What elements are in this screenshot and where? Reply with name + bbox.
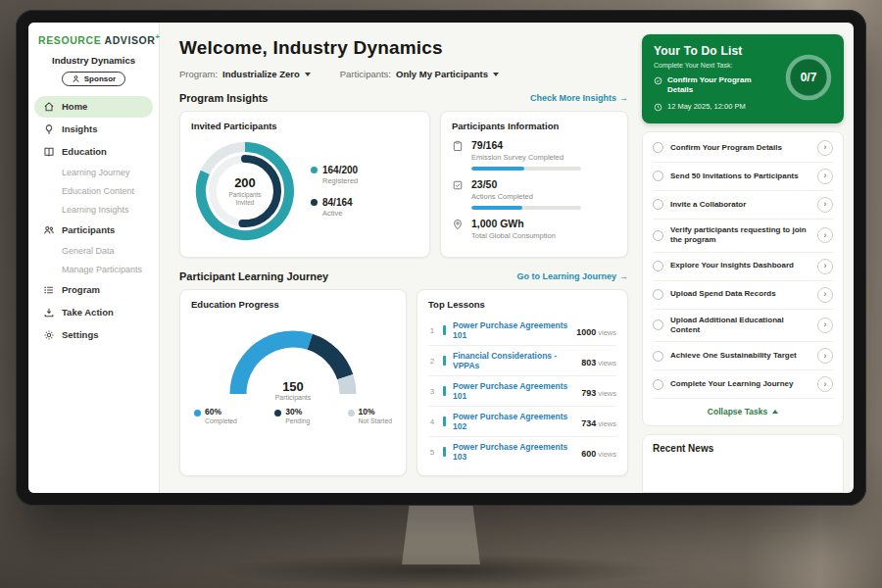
todo-task-row[interactable]: Upload Spend Data Records › [653, 281, 833, 310]
go-to-learning-journey-link[interactable]: Go to Learning Journey→ [516, 271, 628, 281]
task-checkbox[interactable] [653, 351, 663, 362]
lesson-title[interactable]: Financial Considerations - VPPAs [453, 351, 574, 370]
task-chevron-icon[interactable]: › [817, 348, 833, 364]
sponsor-badge[interactable]: Sponsor [62, 72, 125, 86]
lesson-views-value: 803 [581, 358, 596, 368]
lesson-index: 5 [428, 448, 436, 457]
todo-task-row[interactable]: Achieve One Sustainability Target › [653, 342, 833, 370]
task-chevron-icon[interactable]: › [817, 197, 833, 213]
todo-task-row[interactable]: Complete Your Learning Journey › [653, 370, 833, 399]
task-chevron-icon[interactable]: › [817, 169, 833, 184]
lesson-row[interactable]: 4 Power Purchase Agreements 102 734views [428, 407, 616, 437]
lesson-list: 1 Power Purchase Agreements 101 1000view… [428, 316, 616, 466]
task-label: Invite a Collaborator [670, 200, 810, 210]
sidebar-item-program[interactable]: Program [34, 279, 153, 301]
task-checkbox[interactable] [653, 142, 663, 153]
active-dot [311, 199, 318, 206]
dashboard-screen: RESOURCE ADVISOR+ Industry Dynamics Spon… [28, 23, 854, 493]
completed-label: Completed [205, 417, 237, 424]
sidebar-item-label: Participants [62, 224, 115, 235]
program-dropdown-label: Program: [179, 69, 218, 79]
todo-next-task[interactable]: Confirm Your Program Details [654, 75, 777, 96]
program-insights-header: Program Insights Check More Insights→ [179, 92, 628, 104]
task-checkbox[interactable] [653, 171, 663, 181]
task-checkbox[interactable] [653, 319, 663, 330]
sidebar-item-learning-insights[interactable]: Learning Insights [34, 201, 153, 219]
top-lessons-title: Top Lessons [428, 299, 616, 310]
task-chevron-icon[interactable]: › [817, 318, 833, 333]
sidebar-item-education-content[interactable]: Education Content [34, 182, 153, 200]
task-chevron-icon[interactable]: › [817, 140, 833, 156]
check-more-insights-text: Check More Insights [530, 93, 616, 103]
lesson-index: 3 [428, 387, 436, 396]
participants-dropdown-label: Participants: [340, 69, 391, 79]
task-chevron-icon[interactable]: › [817, 227, 833, 243]
todo-next-time: 12 May 2025, 12:00 PM [654, 102, 832, 112]
pending-dot [274, 410, 281, 416]
todo-task-row[interactable]: Verify participants requesting to join t… [653, 220, 833, 253]
todo-task-row[interactable]: Invite a Collaborator › [653, 191, 833, 220]
lesson-row[interactable]: 2 Financial Considerations - VPPAs 803vi… [428, 346, 616, 376]
task-checkbox[interactable] [653, 379, 663, 390]
task-label: Upload Additional Educational Content [670, 316, 810, 336]
sidebar-item-general-data[interactable]: General Data [34, 242, 153, 260]
clipboard-icon [452, 140, 464, 152]
todo-progress-ring: 0/7 [783, 52, 834, 103]
sidebar-item-insights[interactable]: Insights [34, 119, 153, 140]
registered-dot [311, 167, 318, 173]
task-checkbox[interactable] [653, 289, 663, 300]
completed-value: 60% [205, 408, 237, 416]
lesson-marker [443, 447, 446, 457]
lesson-row[interactable]: 3 Power Purchase Agreements 101 793views [428, 376, 616, 407]
lesson-title[interactable]: Power Purchase Agreements 101 [453, 381, 574, 401]
task-chevron-icon[interactable]: › [817, 287, 833, 303]
task-chevron-icon[interactable]: › [817, 259, 833, 274]
section-title-program-insights: Program Insights [179, 92, 268, 104]
program-dropdown[interactable]: Program: Industrialize Zero [179, 69, 311, 79]
sidebar-item-take-action[interactable]: Take Action [34, 302, 153, 323]
participants-dropdown[interactable]: Participants: Only My Participants [340, 69, 499, 79]
participants-dropdown-value: Only My Participants [396, 69, 488, 79]
todo-task-row[interactable]: Confirm Your Program Details › [653, 134, 833, 163]
sidebar-item-education[interactable]: Education [34, 141, 153, 163]
lesson-views-value: 793 [581, 388, 596, 398]
lesson-title[interactable]: Power Purchase Agreements 102 [453, 412, 574, 431]
task-label: Upload Spend Data Records [670, 289, 810, 299]
sidebar-item-label: Education [62, 146, 107, 157]
location-pin-icon [452, 219, 464, 230]
collapse-tasks-link[interactable]: Collapse Tasks [653, 399, 833, 422]
task-checkbox[interactable] [653, 230, 663, 241]
lesson-views: 600views [581, 443, 616, 461]
sidebar-item-manage-participants[interactable]: Manage Participants [34, 261, 153, 278]
sidebar-item-learning-journey[interactable]: Learning Journey [34, 164, 153, 181]
lesson-marker [443, 386, 446, 396]
emission-survey-stat: 79/164 Emission Survey Completed [452, 139, 616, 171]
lesson-title[interactable]: Power Purchase Agreements 103 [453, 442, 574, 462]
sidebar-item-home[interactable]: Home [34, 96, 153, 118]
filters-row: Program: Industrialize Zero Participants… [179, 69, 628, 79]
sidebar-item-label: Take Action [62, 307, 114, 318]
task-label: Explore Your Insights Dashboard [670, 261, 810, 270]
lesson-row[interactable]: 5 Power Purchase Agreements 103 600views [428, 437, 616, 466]
invited-participants-card: Invited Participants 200 Participants In… [179, 111, 430, 258]
check-more-insights-link[interactable]: Check More Insights→ [530, 93, 628, 103]
registered-value: 164/200 [322, 165, 358, 175]
emission-survey-label: Emission Survey Completed [471, 153, 581, 162]
sidebar-item-settings[interactable]: Settings [34, 324, 153, 346]
lesson-views: 734views [581, 413, 616, 430]
lesson-row[interactable]: 1 Power Purchase Agreements 101 1000view… [428, 316, 616, 346]
sidebar-item-label: Home [62, 101, 87, 112]
lesson-title[interactable]: Power Purchase Agreements 101 [453, 320, 569, 340]
lesson-views-suffix: views [598, 359, 616, 368]
stat-bar-fill [471, 167, 524, 171]
sidebar-item-participants[interactable]: Participants [34, 220, 153, 241]
task-chevron-icon[interactable]: › [817, 376, 833, 392]
task-checkbox[interactable] [653, 199, 663, 210]
lesson-views-suffix: views [598, 389, 616, 398]
todo-task-row[interactable]: Send 50 Invitations to Participants › [653, 163, 833, 191]
todo-task-row[interactable]: Upload Additional Educational Content › [653, 310, 833, 343]
top-lessons-card: Top Lessons 1 Power Purchase Agreements … [416, 289, 628, 476]
lesson-views: 803views [581, 352, 616, 369]
todo-task-row[interactable]: Explore Your Insights Dashboard › [653, 253, 833, 281]
task-checkbox[interactable] [653, 261, 663, 271]
